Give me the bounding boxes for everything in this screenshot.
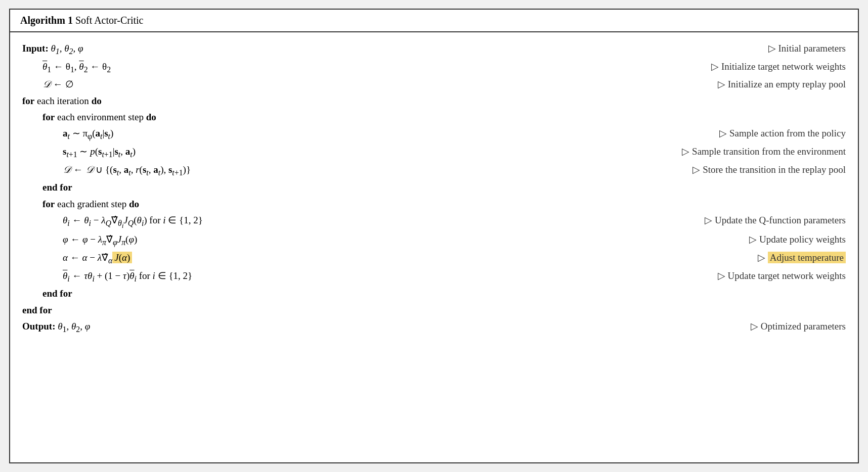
row-end-for-env: end for (22, 179, 846, 196)
row-sample-transition: st+1 ∼ p(st+1|st, at) ▷ Sample transitio… (22, 144, 846, 162)
row-sample-transition-right: ▷ Sample transition from the environment (593, 144, 846, 160)
row-update-alpha-left: α ← α − λ∇̂αJ(α) (22, 250, 593, 268)
row-output-left: Output: θ1, θ2, φ (22, 318, 593, 337)
input-params: θ1, θ2, φ (51, 43, 83, 54)
row-update-target-right: ▷ Update target network weights (593, 268, 846, 284)
row-update-alpha-right: ▷ Adjust temperature (593, 250, 846, 266)
row-store-transition: 𝒟 ← 𝒟 ∪ {(st, at, r(st, at), st+1)} ▷ St… (22, 162, 846, 180)
algorithm-title: Soft Actor-Critic (75, 15, 144, 26)
row-end-for-grad: end for (22, 286, 846, 302)
row-sample-transition-left: st+1 ∼ p(st+1|st, at) (22, 144, 593, 162)
row-init-target-right: ▷ Initialize target network weights (593, 59, 846, 75)
highlight-adjust-temperature: Adjust temperature (768, 252, 846, 263)
algorithm-header: Algorithm 1 Soft Actor-Critic (10, 10, 858, 32)
row-sample-action-right: ▷ Sample action from the policy (593, 125, 846, 141)
row-update-policy-right: ▷ Update policy weights (593, 231, 846, 248)
row-init-replay: 𝒟 ← ∅ ▷ Initialize an empty replay pool (22, 76, 846, 92)
row-input-left: Input: θ1, θ2, φ (22, 40, 593, 59)
row-update-alpha: α ← α − λ∇̂αJ(α) ▷ Adjust temperature (22, 250, 846, 268)
row-init-target-left: θ1 ← θ1, θ2 ← θ2 (22, 59, 593, 77)
row-for-grad: for each gradient step do (22, 196, 846, 212)
row-input: Input: θ1, θ2, φ ▷ Initial parameters (22, 40, 846, 59)
row-output-right: ▷ Optimized parameters (593, 318, 846, 335)
row-for-env: for each environment step do (22, 109, 846, 125)
row-init-replay-left: 𝒟 ← ∅ (22, 76, 593, 92)
algorithm-body: Input: θ1, θ2, φ ▷ Initial parameters θ1… (10, 32, 858, 345)
row-store-transition-right: ▷ Store the transition in the replay poo… (593, 162, 846, 178)
algorithm-number: Algorithm 1 (20, 15, 73, 26)
row-end-for-iter: end for (22, 302, 846, 318)
row-for-env-left: for each environment step do (22, 109, 593, 125)
row-store-transition-left: 𝒟 ← 𝒟 ∪ {(st, at, r(st, at), st+1)} (22, 162, 593, 180)
row-sample-action: at ∼ πφ(at|st) ▷ Sample action from the … (22, 125, 846, 144)
row-update-target-left: θi ← τθi + (1 − τ)θi for i ∈ {1, 2} (22, 268, 593, 286)
row-init-replay-right: ▷ Initialize an empty replay pool (593, 76, 846, 92)
algorithm-container: Algorithm 1 Soft Actor-Critic Input: θ1,… (9, 9, 859, 463)
row-for-iter-left: for each iteration do (22, 93, 593, 109)
row-end-for-grad-left: end for (22, 286, 593, 302)
row-input-right: ▷ Initial parameters (593, 40, 846, 57)
row-output: Output: θ1, θ2, φ ▷ Optimized parameters (22, 318, 846, 337)
keyword-input: Input: (22, 43, 49, 54)
row-update-q-left: θi ← θi − λQ∇̂θiJQ(θi) for i ∈ {1, 2} (22, 212, 593, 231)
row-update-q: θi ← θi − λQ∇̂θiJQ(θi) for i ∈ {1, 2} ▷ … (22, 212, 846, 231)
row-update-q-right: ▷ Update the Q-function parameters (593, 212, 846, 228)
row-for-iter: for each iteration do (22, 93, 846, 109)
row-end-for-iter-left: end for (22, 302, 593, 318)
row-update-target: θi ← τθi + (1 − τ)θi for i ∈ {1, 2} ▷ Up… (22, 268, 846, 286)
row-update-policy-left: φ ← φ − λπ∇̂φJπ(φ) (22, 231, 593, 250)
row-for-grad-left: for each gradient step do (22, 196, 593, 212)
row-end-for-env-left: end for (22, 179, 593, 196)
row-update-policy: φ ← φ − λπ∇̂φJπ(φ) ▷ Update policy weigh… (22, 231, 846, 250)
row-sample-action-left: at ∼ πφ(at|st) (22, 125, 593, 144)
row-init-target: θ1 ← θ1, θ2 ← θ2 ▷ Initialize target net… (22, 59, 846, 77)
